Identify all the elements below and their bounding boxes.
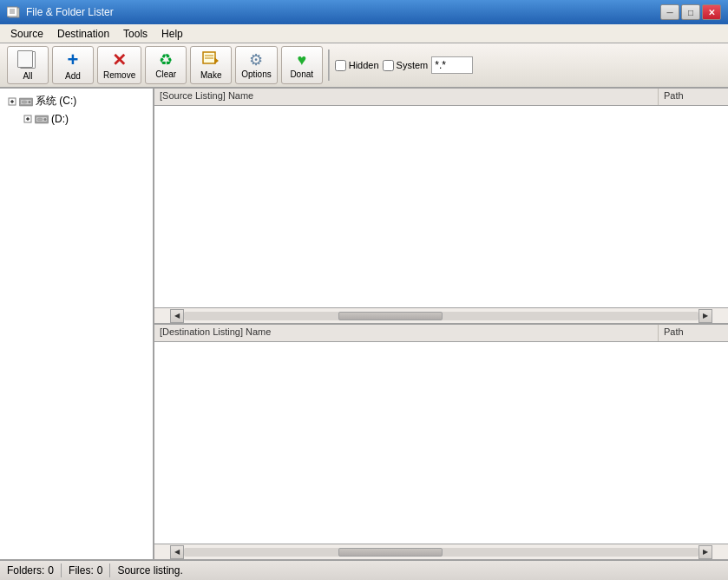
source-listing-panel: [Source Listing] Name Path ◀ ▶ [154,89,728,325]
source-scroll-track[interactable] [184,312,698,320]
status-divider-1 [61,564,62,577]
source-listing-body[interactable] [154,106,728,307]
destination-col-name-label: Name [246,326,271,337]
svg-point-22 [37,118,43,121]
svg-marker-8 [214,57,219,64]
hidden-checkbox[interactable] [335,60,346,71]
destination-listing-header: [Destination Listing] Name Path [154,325,728,342]
dest-scroll-left[interactable]: ◀ [170,545,184,559]
window-title: File & Folder Lister [26,6,660,18]
tree-item-d-drive[interactable]: (D:) [2,110,151,128]
source-scrollbar-h[interactable]: ◀ ▶ [154,307,728,323]
donate-icon: ♥ [297,52,306,68]
folders-label: Folders: [7,564,44,577]
maximize-button[interactable]: □ [681,4,700,20]
make-label: Make [200,70,221,80]
destination-listing-panel: [Destination Listing] Name Path ◀ ▶ [154,325,728,559]
dest-scroll-right[interactable]: ▶ [698,545,712,559]
menu-help[interactable]: Help [154,26,190,42]
minimize-button[interactable]: ─ [660,4,679,20]
remove-button[interactable]: ✕ Remove [97,46,141,84]
drive-d-icon [35,112,49,126]
system-check-group: System [383,60,429,71]
dest-scroll-track[interactable] [184,548,698,557]
svg-point-21 [44,118,47,121]
tree-expand-d [21,112,35,126]
source-scroll-right[interactable]: ▶ [698,309,712,323]
status-divider-2 [109,564,110,577]
add-icon: + [68,50,79,69]
svg-point-14 [29,101,31,103]
main-content: 系统 (C:) (D:) [0,89,728,559]
source-col-name-label: Name [228,90,253,101]
files-count: 0 [97,564,103,577]
options-label: Options [241,69,271,79]
files-status: Files: 0 [69,564,102,577]
donate-button[interactable]: ♥ Donat [281,46,323,84]
source-col-path: Path [659,89,728,105]
toolbar: All + Add ✕ Remove ♻ Clear Make [0,43,728,89]
destination-col-name: [Destination Listing] Name [154,325,659,341]
folders-count: 0 [48,564,54,577]
destination-col-path: Path [659,325,728,341]
destination-header-tag: [Destination Listing] [160,326,243,337]
hidden-check-group: Hidden [335,60,379,71]
status-message-text: Source listing. [117,564,182,577]
hidden-label: Hidden [349,60,379,70]
remove-label: Remove [103,70,135,80]
files-label: Files: [69,564,94,577]
tree-expand-c [5,95,19,109]
source-listing-header: [Source Listing] Name Path [154,89,728,106]
status-message: Source listing. [117,564,182,577]
clear-label: Clear [155,69,176,79]
source-scroll-thumb[interactable] [338,312,443,320]
close-button[interactable]: ✕ [702,4,721,20]
tree-label-d: (D:) [51,113,69,125]
menu-tools[interactable]: Tools [116,26,154,42]
donate-label: Donat [290,69,313,79]
all-icon [17,50,38,69]
remove-icon: ✕ [112,51,127,69]
listing-panels: [Source Listing] Name Path ◀ ▶ [Destinat… [154,89,728,559]
source-header-tag: [Source Listing] [160,90,226,101]
clear-icon: ♻ [159,52,173,68]
make-button[interactable]: Make [190,46,232,84]
source-scroll-left[interactable]: ◀ [170,309,184,323]
drive-c-icon [19,95,33,109]
tree-item-c-drive[interactable]: 系统 (C:) [2,92,151,110]
all-button[interactable]: All [7,46,49,84]
add-button[interactable]: + Add [52,46,94,84]
all-label: All [23,71,32,81]
options-icon: ⚙ [249,52,263,68]
dest-scroll-thumb[interactable] [338,548,443,557]
make-icon [202,50,220,69]
svg-point-15 [22,101,27,103]
title-bar: File & Folder Lister ─ □ ✕ [0,0,728,24]
window-controls[interactable]: ─ □ ✕ [660,4,721,20]
filter-input[interactable] [431,56,473,74]
menu-source[interactable]: Source [3,26,50,42]
tree-label-c: 系统 (C:) [36,94,76,109]
system-checkbox[interactable] [383,60,394,71]
toolbar-separator [328,49,330,81]
menu-bar: Source Destination Tools Help [0,24,728,43]
source-col-name: [Source Listing] Name [154,89,659,105]
destination-listing-body[interactable] [154,342,728,544]
app-icon [7,5,21,19]
clear-button[interactable]: ♻ Clear [145,46,187,84]
tree-panel[interactable]: 系统 (C:) (D:) [0,89,154,559]
system-label: System [397,60,429,70]
status-bar: Folders: 0 Files: 0 Source listing. [0,559,728,580]
menu-destination[interactable]: Destination [50,26,116,42]
options-button[interactable]: ⚙ Options [235,46,277,84]
destination-scrollbar-h[interactable]: ◀ ▶ [154,544,728,559]
folders-status: Folders: 0 [7,564,54,577]
add-label: Add [65,71,81,81]
